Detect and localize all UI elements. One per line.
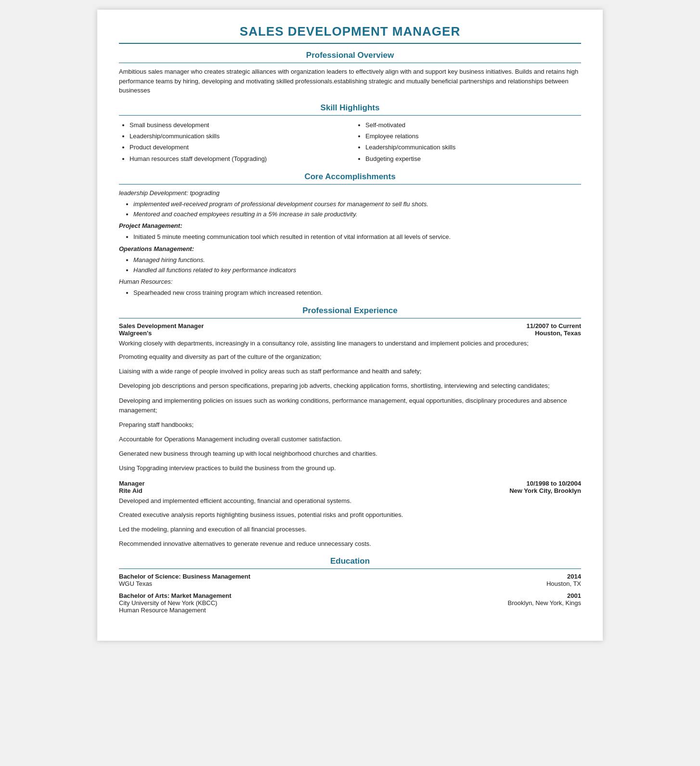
job-company-row-2: Rite Aid New York City, Brooklyn bbox=[119, 487, 581, 494]
edu-school-1: WGU Texas bbox=[119, 580, 152, 587]
skill-item: Leadership/communication skills bbox=[365, 142, 581, 153]
job-entry-2: Manager 10/1998 to 10/2004 Rite Aid New … bbox=[119, 480, 581, 549]
acc-heading-project: Project Management: bbox=[119, 221, 581, 231]
job-desc-2c: Led the modeling, planning and execution… bbox=[119, 525, 581, 534]
edu-location-2: Brooklyn, New York, Kings bbox=[508, 599, 581, 607]
acc-item: implemented well-received program of pro… bbox=[133, 199, 581, 210]
edu-header-row-2: Bachelor of Arts: Market Management 2001 bbox=[119, 592, 581, 599]
skills-left-list: Small business development Leadership/co… bbox=[119, 119, 345, 165]
job-desc-1a: Working closely with departments, increa… bbox=[119, 339, 581, 348]
job-desc-1c: Liaising with a wide range of people inv… bbox=[119, 367, 581, 376]
job-header-row-2: Manager 10/1998 to 10/2004 bbox=[119, 480, 581, 487]
job-location-1: Houston, Texas bbox=[535, 330, 581, 337]
edu-sub-2: Human Resource Management bbox=[119, 607, 581, 614]
overview-text: Ambitious sales manager who creates stra… bbox=[119, 67, 581, 95]
skill-item: Leadership/communication skills bbox=[130, 131, 345, 142]
job-desc-1i: Using Topgrading interview practices to … bbox=[119, 463, 581, 473]
acc-item: Spearheaded new cross training program w… bbox=[133, 288, 581, 298]
accomplishments-heading: Core Accomplishments bbox=[119, 172, 581, 182]
edu-location-1: Houston, TX bbox=[546, 580, 581, 587]
job-title-2: Manager bbox=[119, 480, 144, 487]
skills-divider bbox=[119, 115, 581, 116]
overview-section: Professional Overview Ambitious sales ma… bbox=[119, 51, 581, 95]
accomplishments-divider bbox=[119, 184, 581, 185]
skills-grid: Small business development Leadership/co… bbox=[119, 119, 581, 165]
education-divider bbox=[119, 568, 581, 569]
experience-divider bbox=[119, 318, 581, 318]
edu-degree-2: Bachelor of Arts: Market Management bbox=[119, 592, 232, 599]
job-company-row-1: Walgreen's Houston, Texas bbox=[119, 330, 581, 337]
acc-list-hr: Spearheaded new cross training program w… bbox=[119, 288, 581, 298]
skill-item: Employee relations bbox=[365, 131, 581, 142]
job-desc-2d: Recommended innovative alternatives to g… bbox=[119, 539, 581, 549]
job-desc-2a: Developed and implemented efficient acco… bbox=[119, 496, 581, 506]
skill-item: Self-motivated bbox=[365, 119, 581, 131]
skill-item: Human resources staff development (Topgr… bbox=[130, 153, 345, 164]
job-desc-1g: Accountable for Operations Management in… bbox=[119, 435, 581, 444]
job-desc-1f: Preparing staff handbooks; bbox=[119, 420, 581, 430]
accomplishments-section: Core Accomplishments leadership Developm… bbox=[119, 172, 581, 298]
title-divider bbox=[119, 43, 581, 44]
skills-right-list: Self-motivated Employee relations Leader… bbox=[355, 119, 581, 165]
acc-heading-leadership: leadership Development: tpograding bbox=[119, 188, 581, 198]
skills-left-col: Small business development Leadership/co… bbox=[119, 119, 345, 165]
job-dates-2: 10/1998 to 10/2004 bbox=[527, 480, 581, 487]
skills-section: Skill Highlights Small business developm… bbox=[119, 103, 581, 165]
accomplishments-content: leadership Development: tpograding imple… bbox=[119, 188, 581, 298]
edu-school-2: City University of New York (KBCC) bbox=[119, 599, 217, 607]
experience-section: Professional Experience Sales Developmen… bbox=[119, 306, 581, 549]
edu-entry-2: Bachelor of Arts: Market Management 2001… bbox=[119, 592, 581, 614]
education-section: Education Bachelor of Science: Business … bbox=[119, 556, 581, 614]
edu-year-1: 2014 bbox=[567, 573, 581, 580]
acc-list-leadership: implemented well-received program of pro… bbox=[119, 199, 581, 220]
edu-year-2: 2001 bbox=[567, 592, 581, 599]
job-desc-2b: Created executive analysis reports highl… bbox=[119, 510, 581, 520]
edu-header-row-1: Bachelor of Science: Business Management… bbox=[119, 573, 581, 580]
acc-heading-operations: Operations Management: bbox=[119, 244, 581, 254]
resume: SALES DEVELOPMENT MANAGER Professional O… bbox=[97, 10, 603, 641]
acc-heading-hr: Human Resources: bbox=[119, 277, 581, 287]
acc-item: Mentored and coached employees resulting… bbox=[133, 210, 581, 220]
resume-title: SALES DEVELOPMENT MANAGER bbox=[119, 24, 581, 39]
experience-heading: Professional Experience bbox=[119, 306, 581, 316]
skills-right-col: Self-motivated Employee relations Leader… bbox=[355, 119, 581, 165]
job-dates-1: 11/2007 to Current bbox=[527, 322, 581, 330]
education-heading: Education bbox=[119, 556, 581, 566]
job-entry-1: Sales Development Manager 11/2007 to Cur… bbox=[119, 322, 581, 473]
edu-entry-1: Bachelor of Science: Business Management… bbox=[119, 573, 581, 587]
skill-item: Product development bbox=[130, 142, 345, 153]
job-header-row-1: Sales Development Manager 11/2007 to Cur… bbox=[119, 322, 581, 330]
acc-item: Initiated 5 minute meeting communication… bbox=[133, 232, 581, 242]
skill-item: Small business development bbox=[130, 119, 345, 131]
job-desc-1d: Developing job descriptions and person s… bbox=[119, 381, 581, 391]
acc-list-project: Initiated 5 minute meeting communication… bbox=[119, 232, 581, 242]
edu-school-row-2: City University of New York (KBCC) Brook… bbox=[119, 599, 581, 607]
skills-heading: Skill Highlights bbox=[119, 103, 581, 113]
job-company-2: Rite Aid bbox=[119, 487, 143, 494]
acc-list-operations: Managed hiring functions. Handled all fu… bbox=[119, 255, 581, 276]
job-title-1: Sales Development Manager bbox=[119, 322, 204, 330]
job-company-1: Walgreen's bbox=[119, 330, 152, 337]
overview-heading: Professional Overview bbox=[119, 51, 581, 60]
job-desc-1e: Developing and implementing policies on … bbox=[119, 396, 581, 415]
acc-item: Handled all functions related to key per… bbox=[133, 265, 581, 276]
job-desc-1h: Generated new business through teaming u… bbox=[119, 449, 581, 459]
acc-item: Managed hiring functions. bbox=[133, 255, 581, 265]
edu-degree-1: Bachelor of Science: Business Management bbox=[119, 573, 250, 580]
edu-school-row-1: WGU Texas Houston, TX bbox=[119, 580, 581, 587]
job-desc-1b: Promoting equality and diversity as part… bbox=[119, 352, 581, 362]
skill-item: Budgeting expertise bbox=[365, 153, 581, 164]
job-location-2: New York City, Brooklyn bbox=[509, 487, 581, 494]
overview-divider bbox=[119, 63, 581, 63]
